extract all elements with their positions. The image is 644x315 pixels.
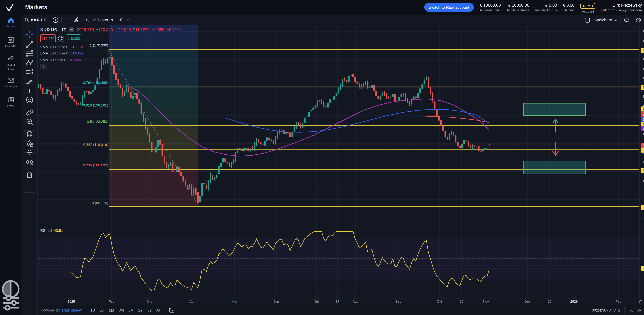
- sidebar-preferences-button[interactable]: [0, 292, 22, 315]
- chart-container: 1 (170.330)0.764 (150.468)0.618 (138.181…: [38, 25, 644, 315]
- switch-to-real-button[interactable]: Switch to Real account: [424, 3, 474, 12]
- account-summary: € 10000.00 Account value€ 10000.00 Avail…: [480, 3, 574, 12]
- timeframe-1M[interactable]: 1M: [107, 307, 116, 314]
- spread-top: 0.11: [58, 35, 64, 38]
- goto-date-icon[interactable]: [169, 308, 174, 313]
- time-axis-label: Mai: [232, 300, 237, 304]
- undo-button[interactable]: ↶: [116, 17, 126, 23]
- sidebar-item-news[interactable]: News: [0, 96, 22, 107]
- sell-button[interactable]: 119.270: [40, 34, 56, 42]
- powered-by-label: Powered by: [41, 308, 60, 312]
- fib-retracement-tool[interactable]: [26, 50, 34, 58]
- symbol-search[interactable]: KKR.US: [22, 18, 49, 22]
- chart-footer: Powered by TradingView 1D5D1M3M6M1Y5YAll…: [38, 305, 644, 315]
- time-axis-label: Dez: [524, 300, 530, 304]
- account-stat-value: € 10000.00: [480, 3, 501, 7]
- trendline-tool[interactable]: [26, 40, 34, 48]
- lock-tool[interactable]: [26, 149, 34, 157]
- time-axis-label: Jun: [274, 300, 279, 304]
- delete-drawings-tool[interactable]: [26, 171, 34, 178]
- sidebar-item-calendar[interactable]: Calendar: [0, 36, 22, 48]
- svg-text:x: x: [88, 20, 90, 23]
- indicators-button[interactable]: ƒ x Indikatoren: [82, 17, 116, 22]
- timeframe-All[interactable]: All: [154, 307, 163, 314]
- indicators-label: Indikatoren: [93, 18, 113, 22]
- axis-tick-label: 180.000: [640, 30, 644, 33]
- text-tool-tool[interactable]: T: [26, 87, 34, 95]
- indicator-legend-row[interactable]: EMA100 close 0 130.855: [40, 51, 182, 56]
- axis-price-badge: 150.468: [641, 85, 644, 90]
- axis-tick-label: 90.000: [640, 198, 644, 202]
- interval-button[interactable]: T: [62, 18, 70, 22]
- buy-button[interactable]: 119.380: [66, 34, 81, 42]
- compare-add-button[interactable]: [50, 17, 61, 23]
- svg-text:0.618 (138.181): 0.618 (138.181): [83, 103, 108, 107]
- app-root: MarketsCalendarMarketBuzzMessagesNews Ma…: [0, 0, 644, 315]
- account-stat-label: Result: [563, 8, 574, 12]
- sidebar-item-label: Messages: [0, 85, 22, 88]
- header-right-cluster: Switch to Real account € 10000.00 Accoun…: [424, 0, 644, 15]
- clock-label[interactable]: 00:24:38 (UTC+1): [592, 308, 622, 312]
- timeframe-5Y[interactable]: 5Y: [145, 307, 154, 314]
- axis-price-badge: 127.265: [641, 126, 644, 131]
- log-scale-button[interactable]: log: [635, 308, 644, 312]
- xabcd-pattern-tool[interactable]: [26, 59, 34, 67]
- axis-tick-label: 70.00: [640, 236, 644, 240]
- crosshair-tool[interactable]: [26, 31, 34, 39]
- timeframe-1Y[interactable]: 1Y: [136, 307, 145, 314]
- chart-legend: KKR.US · 1T O119.710H120.390L117.520C119…: [40, 27, 182, 68]
- layout-button[interactable]: [582, 18, 593, 22]
- brush-tool[interactable]: [26, 78, 34, 86]
- user-email: dirk.friczewsky@gmail.com: [601, 8, 642, 12]
- timeframe-6M[interactable]: 6M: [126, 307, 136, 314]
- quick-search-button[interactable]: [621, 17, 633, 23]
- sidebar-item-messages[interactable]: Messages: [0, 76, 22, 88]
- target-box-down: [523, 161, 586, 174]
- top-header: Markets Switch to Real account € 10000.0…: [22, 0, 644, 15]
- sidebar-item-market-buzz[interactable]: MarketBuzz: [0, 56, 22, 70]
- axis-price-badge: 131.172: [641, 112, 644, 117]
- account-stat-value: € 0.00: [535, 3, 557, 7]
- time-axis[interactable]: 2025FebMrzAprMaiJunJul17AugSepOkt16NovDe…: [38, 298, 644, 305]
- time-axis-label: 2025: [68, 300, 75, 304]
- emoji-tool[interactable]: [26, 96, 34, 104]
- indicator-legend-row[interactable]: EMA200 close 0 131.172: [40, 45, 182, 49]
- chart-type-button[interactable]: [70, 17, 82, 23]
- ruler-tool[interactable]: [26, 108, 34, 116]
- indicator-legend-row[interactable]: EMA50 close 0 127.265: [40, 58, 182, 62]
- timeframe-3M[interactable]: 3M: [116, 307, 126, 314]
- magnet-tool[interactable]: [26, 130, 34, 138]
- tradingview-link[interactable]: TradingView: [62, 308, 82, 312]
- axis-price-badge: 119.270: [641, 143, 644, 148]
- save-layout-button[interactable]: Speichern: [593, 18, 620, 22]
- axis-tick-label: 155.000: [640, 76, 644, 80]
- percent-scale-button[interactable]: %: [628, 308, 635, 312]
- plus-circle-icon: [52, 17, 58, 23]
- drawing-toolbar: T: [22, 25, 38, 315]
- zoom-in-tool[interactable]: [26, 118, 34, 126]
- price-axis[interactable]: 180.000175.000165.000160.000155.000145.0…: [639, 25, 644, 298]
- change-value: +0.380 (+0.32%): [152, 27, 182, 32]
- axis-tick-label: 20.00: [640, 287, 644, 291]
- svg-text:0.382 (118.319): 0.382 (118.319): [83, 143, 108, 147]
- sidebar-item-markets[interactable]: Markets: [0, 16, 22, 28]
- brand-logo-icon[interactable]: [4, 2, 16, 14]
- svg-text:0.236 (106.032): 0.236 (106.032): [83, 163, 108, 167]
- hide-drawings-tool[interactable]: [26, 158, 34, 166]
- rsi-name[interactable]: RSI: [40, 228, 46, 233]
- timeframe-5D[interactable]: 5D: [97, 307, 107, 314]
- user-block[interactable]: Dirk Friczewsky dirk.friczewsky@gmail.co…: [601, 3, 642, 12]
- legend-collapse-button[interactable]: ▲: [40, 64, 46, 69]
- account-stat: € 10000.00 Available funds: [507, 3, 529, 12]
- timeframe-1D[interactable]: 1D: [88, 307, 97, 314]
- time-axis-label: Feb: [108, 300, 114, 304]
- edit-lock-tool[interactable]: [26, 140, 34, 148]
- projection-tool[interactable]: [26, 68, 34, 76]
- visibility-toggle-icon[interactable]: [69, 27, 74, 32]
- redo-button[interactable]: ↷: [126, 17, 134, 23]
- chart-settings-button[interactable]: [633, 17, 644, 23]
- legend-symbol[interactable]: KKR.US · 1T: [40, 27, 66, 32]
- sidebar-item-label: News: [0, 104, 22, 107]
- fx-icon: ƒ x: [85, 17, 91, 22]
- axis-price-badge: 40.91: [641, 266, 644, 271]
